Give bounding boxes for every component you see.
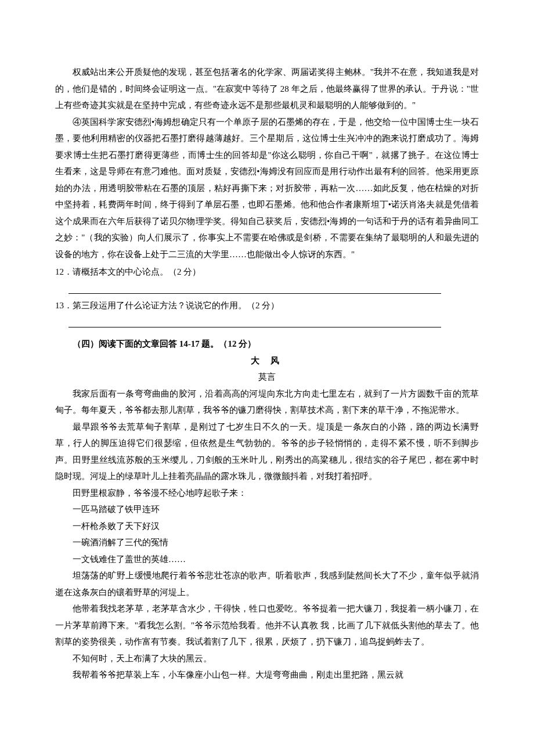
passage-paragraph-4: ④英国科学家安德烈•海姆想确定只有一个单原子层的石墨烯的存在，于是，他交给一位中…: [55, 114, 479, 263]
song-line-1: 一匹马踏破了铁甲连环: [55, 501, 479, 518]
story-paragraph-6: 不知何时，天上布满了大块的黑云。: [55, 650, 479, 667]
story-paragraph-5: 他带着我找老茅草，老茅草含水少，干得快，牲口也爱吃。爷爷提着一把大镰刀，我捉着一…: [55, 600, 479, 650]
question-13: 13．第三段运用了什么论证方法？说说它的作用。（2 分）: [55, 297, 479, 314]
answer-line-13[interactable]: [68, 316, 441, 328]
story-author: 莫言: [55, 369, 479, 386]
story-paragraph-2: 最早跟爷爷去荒草甸子割草，是刚过了七岁生日不久的一天。堤顶是一条灰白的小路，路的…: [55, 419, 479, 485]
story-paragraph-1: 我家后面有一条弯弯曲曲的胶河，沿着高高的河堤向东北方向走七里左右，就到了一片方圆…: [55, 386, 479, 419]
song-line-4: 一文钱难住了盖世的英雄……: [55, 551, 479, 568]
story-paragraph-4: 坦荡荡的旷野上缓慢地爬行着爷爷悲壮苍凉的歌声。听着歌声，我感到陡然间长大了不少，…: [55, 567, 479, 600]
section-4-header: （四）阅读下面的文章回答 14-17 题。（12 分）: [73, 336, 479, 352]
answer-line-12[interactable]: [68, 283, 441, 294]
story-title: 大 风: [55, 352, 479, 369]
song-line-3: 一碗酒消解了三代的冤情: [55, 534, 479, 551]
question-12: 12．请概括本文的中心论点。（2 分）: [55, 264, 479, 280]
story-paragraph-3: 田野里根寂静，爷爷漫不经心地哼起歌子来：: [55, 485, 479, 502]
passage-paragraph-continued: 权威站出来公开质疑他的发现，甚至包括著名的化学家、两届诺奖得主鲍林。"我并不在意…: [55, 64, 479, 114]
story-paragraph-7: 我帮着爷爷把草装上车，小车像座小山包一样。大堤弯弯曲曲，刚走出里把路，黑云就: [55, 667, 479, 683]
song-line-2: 一杆枪杀败了天下好汉: [55, 518, 479, 535]
